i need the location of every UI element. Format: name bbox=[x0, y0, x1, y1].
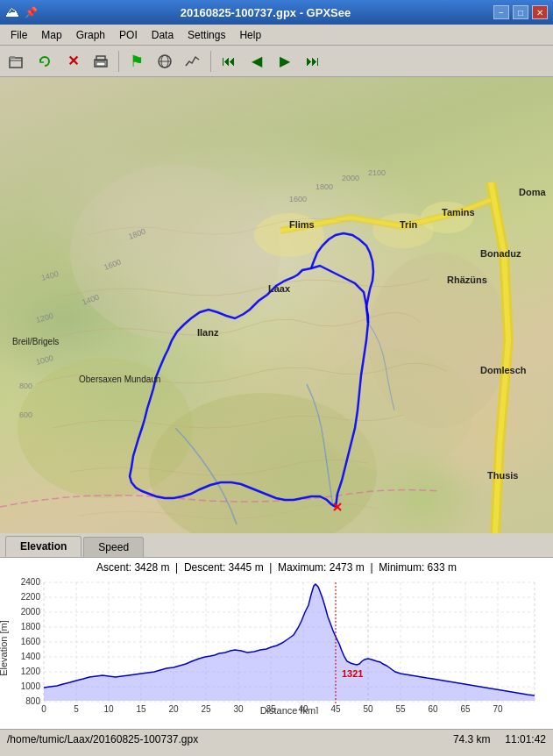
prev-track-button[interactable]: ◀ bbox=[244, 49, 270, 74]
svg-text:60: 60 bbox=[428, 704, 438, 714]
svg-text:50: 50 bbox=[363, 704, 373, 714]
time-value: 11:01:42 bbox=[505, 733, 546, 745]
minimum-value: 633 bbox=[428, 561, 445, 574]
svg-text:1000: 1000 bbox=[21, 681, 41, 691]
map-container[interactable]: Flims Laax Ilanz Trin Tamins Bonaduz Rhä… bbox=[0, 77, 553, 533]
svg-text:2400: 2400 bbox=[21, 577, 41, 587]
svg-text:Distance [km]: Distance [km] bbox=[260, 705, 319, 714]
svg-text:Breil/Brigels: Breil/Brigels bbox=[12, 337, 59, 346]
svg-text:600: 600 bbox=[19, 410, 32, 419]
next-track-button[interactable]: ▶ bbox=[272, 49, 298, 74]
svg-text:1000: 1000 bbox=[35, 353, 54, 367]
svg-text:1800: 1800 bbox=[315, 182, 333, 191]
svg-text:1600: 1600 bbox=[289, 195, 307, 203]
svg-text:15: 15 bbox=[136, 704, 146, 714]
toolbar-separator-2 bbox=[210, 51, 211, 72]
waypoints-button[interactable]: ⚑ bbox=[124, 49, 150, 74]
map-online-button[interactable] bbox=[152, 49, 178, 74]
map-svg: Flims Laax Ilanz Trin Tamins Bonaduz Rhä… bbox=[0, 77, 553, 533]
toolbar-separator-1 bbox=[118, 51, 119, 72]
elevation-chart[interactable]: 2400 2200 2000 1800 1600 1400 1200 1000 … bbox=[0, 574, 553, 714]
title-bar-title: 20160825-100737.gpx - GPXSee bbox=[38, 6, 493, 19]
svg-text:55: 55 bbox=[395, 704, 406, 714]
menu-graph[interactable]: Graph bbox=[69, 27, 112, 43]
graph-stats: Ascent: 3428 m | Descent: 3445 m | Maxim… bbox=[96, 561, 457, 574]
svg-text:Flims: Flims bbox=[289, 219, 315, 230]
graph-toggle-button[interactable] bbox=[180, 49, 206, 74]
minimize-button[interactable]: − bbox=[493, 5, 509, 19]
svg-text:2200: 2200 bbox=[21, 592, 41, 602]
svg-text:5: 5 bbox=[74, 704, 79, 714]
svg-rect-3 bbox=[96, 56, 105, 61]
menu-file[interactable]: File bbox=[4, 27, 34, 43]
svg-rect-4 bbox=[96, 62, 105, 66]
svg-text:10: 10 bbox=[103, 704, 114, 714]
open-button[interactable] bbox=[4, 49, 30, 74]
svg-text:800: 800 bbox=[25, 696, 40, 706]
chart-wrapper[interactable]: 2400 2200 2000 1800 1600 1400 1200 1000 … bbox=[0, 574, 553, 714]
svg-point-11 bbox=[70, 165, 280, 340]
menu-bar: File Map Graph POI Data Settings Help bbox=[0, 25, 553, 46]
toolbar: ✕ ⚑ ⏮ ◀ ▶ ⏭ bbox=[0, 46, 553, 77]
svg-text:1400: 1400 bbox=[21, 652, 41, 661]
distance-value: 74.3 km bbox=[453, 733, 491, 745]
svg-text:20: 20 bbox=[168, 704, 179, 714]
menu-settings[interactable]: Settings bbox=[181, 27, 232, 43]
svg-text:30: 30 bbox=[233, 704, 244, 714]
title-bar-left: ⛰ 📌 bbox=[5, 4, 38, 20]
ascent-value: 3428 bbox=[134, 561, 158, 574]
svg-text:1200: 1200 bbox=[35, 311, 54, 325]
graph-area[interactable]: Ascent: 3428 m | Descent: 3445 m | Maxim… bbox=[0, 558, 553, 729]
svg-rect-0 bbox=[10, 58, 22, 68]
speed-tab[interactable]: Speed bbox=[83, 537, 144, 557]
close-window-button[interactable]: ✕ bbox=[532, 5, 548, 19]
menu-data[interactable]: Data bbox=[145, 27, 181, 43]
svg-rect-1 bbox=[10, 56, 15, 59]
svg-text:Laax: Laax bbox=[268, 283, 291, 294]
svg-text:45: 45 bbox=[330, 704, 341, 714]
descent-value: 3445 bbox=[229, 561, 252, 574]
reload-button[interactable] bbox=[32, 49, 58, 74]
svg-text:25: 25 bbox=[201, 704, 211, 714]
close-file-button[interactable]: ✕ bbox=[60, 49, 86, 74]
graph-info: Ascent: 3428 m | Descent: 3445 m | Maxim… bbox=[0, 558, 553, 574]
filepath: /home/tumic/Laax/20160825-100737.gpx bbox=[7, 733, 198, 745]
svg-text:Elevation [m]: Elevation [m] bbox=[0, 620, 9, 676]
menu-map[interactable]: Map bbox=[34, 27, 68, 43]
title-bar: ⛰ 📌 20160825-100737.gpx - GPXSee − □ ✕ bbox=[0, 0, 553, 25]
svg-text:Doma: Doma bbox=[519, 187, 546, 197]
svg-text:1800: 1800 bbox=[21, 622, 41, 631]
svg-text:1200: 1200 bbox=[21, 667, 41, 676]
svg-text:65: 65 bbox=[460, 704, 471, 714]
first-track-button[interactable]: ⏮ bbox=[216, 49, 242, 74]
svg-text:Bonaduz: Bonaduz bbox=[480, 248, 521, 259]
svg-text:2000: 2000 bbox=[342, 174, 359, 182]
print-button[interactable] bbox=[88, 49, 114, 74]
svg-text:0: 0 bbox=[41, 704, 46, 714]
tabs-bar: Elevation Speed bbox=[0, 533, 553, 558]
svg-text:1321: 1321 bbox=[342, 668, 363, 679]
svg-text:1600: 1600 bbox=[21, 637, 41, 646]
svg-text:Trin: Trin bbox=[400, 219, 417, 230]
svg-text:70: 70 bbox=[493, 704, 503, 714]
svg-text:1400: 1400 bbox=[40, 269, 60, 282]
svg-text:2000: 2000 bbox=[21, 607, 41, 617]
title-bar-pin[interactable]: 📌 bbox=[25, 6, 38, 18]
svg-text:Tamins: Tamins bbox=[442, 207, 475, 218]
last-track-button[interactable]: ⏭ bbox=[300, 49, 326, 74]
menu-poi[interactable]: POI bbox=[112, 27, 145, 43]
elevation-tab[interactable]: Elevation bbox=[5, 536, 82, 557]
svg-text:Obersaxen Mundaun: Obersaxen Mundaun bbox=[79, 374, 160, 384]
svg-point-12 bbox=[368, 253, 508, 428]
svg-text:Ilanz: Ilanz bbox=[197, 327, 219, 338]
menu-help[interactable]: Help bbox=[232, 27, 268, 43]
maximize-button[interactable]: □ bbox=[513, 5, 528, 19]
svg-text:Thusis: Thusis bbox=[487, 470, 518, 481]
app-icon: ⛰ bbox=[5, 4, 19, 20]
svg-text:800: 800 bbox=[19, 382, 32, 390]
svg-text:Rhäzüns: Rhäzüns bbox=[447, 275, 487, 285]
title-bar-controls: − □ ✕ bbox=[493, 5, 548, 19]
maximum-value: 2473 bbox=[330, 561, 353, 574]
track-stats: 74.3 km 11:01:42 bbox=[453, 733, 546, 745]
svg-text:2100: 2100 bbox=[368, 168, 386, 177]
